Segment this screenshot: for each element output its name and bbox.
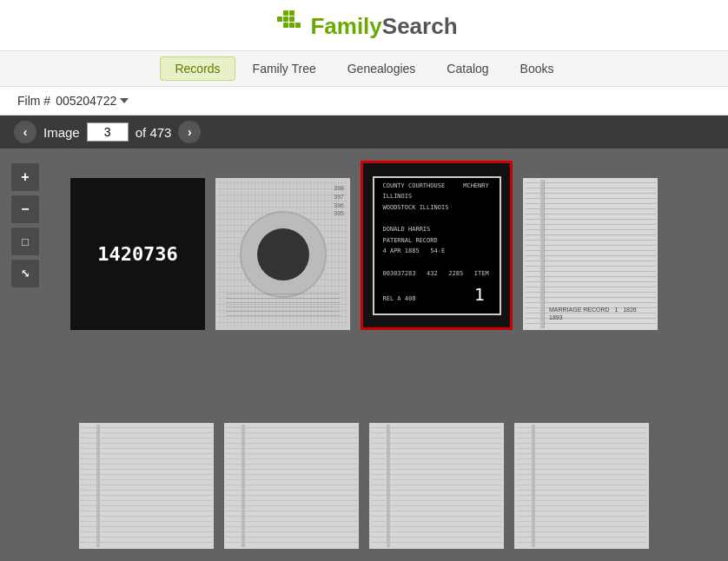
thumb-2-text: 398397396395 [334, 184, 344, 218]
nav-item-family-tree[interactable]: Family Tree [239, 57, 330, 80]
thumbnail-8[interactable] [514, 423, 649, 549]
thumb-3-text: COUNTY COURTHOUSE MCHENRY ILLINOIS WOODS… [383, 181, 491, 310]
svg-rect-4 [289, 16, 295, 22]
thumb-4-text: MARRIAGE RECORD 1 1826 1893 [549, 307, 640, 320]
image-total: of 473 [136, 125, 172, 140]
thumbnail-3-selected[interactable]: COUNTY COURTHOUSE MCHENRY ILLINOIS WOODS… [361, 161, 513, 330]
svg-rect-0 [283, 10, 288, 16]
fit-button[interactable]: □ [10, 227, 40, 256]
zoom-in-button[interactable]: + [10, 162, 40, 192]
page-container: FamilySearch Records Family Tree Genealo… [0, 0, 728, 561]
logo-area: FamilySearch [270, 9, 457, 43]
nav-item-catalog[interactable]: Catalog [433, 57, 502, 80]
thumbnail-7[interactable] [369, 423, 504, 549]
film-dropdown-arrow [120, 98, 129, 103]
svg-rect-6 [289, 23, 295, 28]
nav-item-books[interactable]: Books [506, 57, 568, 80]
content-area: + − □ ⤡ 1420736 398397396395 [0, 148, 728, 561]
svg-rect-3 [283, 16, 288, 22]
logo-search: Search [382, 13, 458, 39]
image-nav-bar: ‹ Image of 473 › [0, 116, 728, 148]
familysearch-logo-icon [270, 9, 305, 43]
film-number: 005204722 [56, 94, 116, 108]
thumbnail-1[interactable]: 1420736 [70, 178, 205, 330]
thumb-1-number: 1420736 [97, 243, 178, 265]
left-toolbar: + − □ ⤡ [5, 157, 45, 294]
zoom-out-button[interactable]: − [10, 195, 40, 224]
thumbnail-4[interactable]: MARRIAGE RECORD 1 1826 1893 [523, 178, 658, 330]
logo-text: FamilySearch [310, 13, 457, 40]
svg-rect-1 [289, 10, 295, 16]
thumbnail-6[interactable] [224, 423, 359, 549]
nav-item-records[interactable]: Records [160, 56, 235, 81]
film-label: Film # [17, 94, 50, 108]
svg-rect-5 [283, 23, 288, 28]
prev-image-button[interactable]: ‹ [14, 121, 36, 143]
logo-family: Family [310, 13, 381, 39]
image-label: Image [43, 125, 80, 140]
fullscreen-button[interactable]: ⤡ [10, 259, 40, 288]
film-bar: Film # 005204722 [0, 87, 728, 116]
nav-bar: Records Family Tree Genealogies Catalog … [0, 51, 728, 87]
thumbnail-2[interactable]: 398397396395 [215, 178, 350, 330]
svg-rect-7 [295, 23, 301, 28]
thumbnails-bottom-row [0, 423, 728, 561]
nav-item-genealogies[interactable]: Genealogies [334, 57, 430, 80]
film-dropdown[interactable]: 005204722 [56, 94, 129, 108]
image-number-input[interactable] [87, 122, 129, 142]
thumbnail-5[interactable] [79, 423, 214, 549]
next-image-button[interactable]: › [178, 121, 201, 143]
header: FamilySearch [0, 0, 728, 51]
thumbnails-top-row: 1420736 398397396395 [0, 148, 728, 339]
svg-rect-2 [277, 16, 282, 22]
